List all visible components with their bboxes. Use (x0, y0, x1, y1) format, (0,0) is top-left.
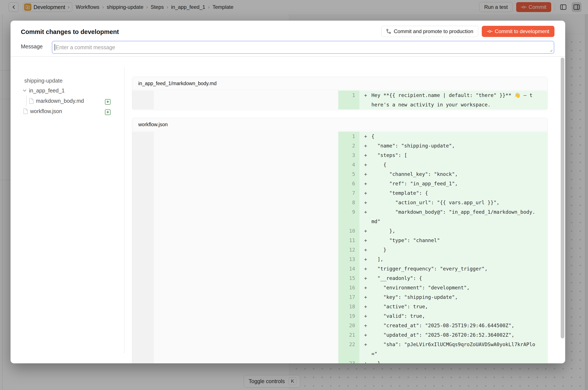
diff-old-gutter (132, 169, 154, 179)
diff-line-code: + "markdown_body@": "in_app_feed_1/markd… (359, 207, 547, 226)
diff-old-content (154, 330, 338, 340)
diff-add-sign: + (364, 311, 372, 321)
diff-add-sign: + (364, 330, 372, 340)
diff-add-sign: + (364, 254, 372, 264)
diff-row: 19+ "valid": true, (132, 311, 547, 321)
diff-add-sign: + (364, 141, 372, 150)
diff-old-content (154, 198, 338, 207)
diff-line-text: "valid": true, (372, 311, 535, 321)
diff-row: 12+ } (132, 245, 547, 254)
diff-add-sign: + (364, 321, 372, 330)
diff-add-sign: + (364, 169, 372, 179)
tree-file-markdown-body[interactable]: markdown_body.md (29, 98, 84, 104)
diff-old-content (154, 292, 338, 302)
diff-row: 20+ "created_at": "2025-08-25T19:29:46.6… (132, 321, 547, 330)
diff-line-text: "type": "channel" (372, 236, 535, 245)
commit-icon (487, 30, 492, 33)
diff-line-number: 19 (338, 311, 359, 321)
diff-old-content (154, 169, 338, 179)
diff-line-text: "__readonly": { (372, 274, 535, 283)
diff-old-gutter (132, 311, 154, 321)
dialog-scrollbar-thumb[interactable] (561, 58, 564, 339)
diff-line-code: + "name": "shipping-update", (359, 141, 547, 150)
diff-add-sign: + (364, 236, 372, 245)
diff-line-text: "active": true, (372, 302, 535, 311)
diff-line-code: + } (359, 359, 547, 363)
diff-row: 8+ "action_url": "{{ vars.app_url }}", (132, 198, 547, 207)
diff-line-number: 12 (338, 245, 359, 254)
input-placeholder: Enter a commit message (56, 44, 115, 50)
diff-line-code: + "steps": [ (359, 150, 547, 160)
diff-old-gutter (132, 359, 154, 363)
diff-line-number: 7 (338, 188, 359, 198)
diff-old-content (154, 302, 338, 311)
diff-line-number: 13 (338, 254, 359, 264)
diff-row: 1+Hey **{{ recipient.name | default: "th… (132, 91, 547, 109)
diff-line-number: 18 (338, 302, 359, 311)
diff-add-sign: + (364, 274, 372, 283)
commit-message-input[interactable]: Enter a commit message (52, 41, 554, 54)
diff-old-gutter (132, 226, 154, 236)
diff-old-content (154, 245, 338, 254)
diff-row: 11+ "type": "channel" (132, 236, 547, 245)
diff-old-gutter (132, 141, 154, 150)
commit-and-promote-button[interactable]: Commit and promote to production (381, 26, 478, 37)
diff-line-code: + "type": "channel" (359, 236, 547, 245)
resize-grip-icon[interactable] (549, 49, 553, 52)
tree-file-workflow-json[interactable]: workflow.json (23, 108, 62, 114)
diff-old-content (154, 150, 338, 160)
diff-add-sign: + (364, 226, 372, 236)
diff-line-code: + "__readonly": { (359, 274, 547, 283)
diff-line-text: } (372, 359, 535, 363)
diff-old-gutter (132, 150, 154, 160)
diff-line-code: + "sha": "pJeLVir6xIlUCMGqs9qroZoUAVDSwA… (359, 340, 547, 359)
diff-line-number: 10 (338, 226, 359, 236)
diff-line-number: 8 (338, 198, 359, 207)
text-cursor (55, 44, 55, 50)
diff-line-code: + "channel_key": "knock", (359, 169, 547, 179)
diff-old-content (154, 132, 338, 141)
diff-body: 1+Hey **{{ recipient.name | default: "th… (132, 90, 547, 110)
diff-old-content (154, 340, 338, 359)
diff-line-text: "name": "shipping-update", (372, 141, 535, 150)
diff-line-number: 14 (338, 264, 359, 274)
diff-line-number: 2 (338, 141, 359, 150)
diff-line-text: "updated_at": "2025-08-26T20:26:52.36400… (372, 330, 535, 340)
diff-line-text: "template": { (372, 188, 535, 198)
diff-line-number: 11 (338, 236, 359, 245)
commit-to-development-button[interactable]: Commit to development (482, 26, 554, 37)
diff-old-gutter (132, 198, 154, 207)
diff-old-gutter (132, 207, 154, 226)
diff-old-gutter (132, 321, 154, 330)
diff-old-content (154, 179, 338, 188)
diff-line-text: "sha": "pJeLVir6xIlUCMGqs9qroZoUAVDSwA0y… (372, 340, 535, 359)
diff-line-code: + "action_url": "{{ vars.app_url }}", (359, 198, 547, 207)
diff-old-content (154, 141, 338, 150)
diff-line-number: 6 (338, 179, 359, 188)
diff-line-text: { (372, 160, 535, 169)
diff-add-sign: + (364, 179, 372, 188)
diff-line-text: "channel_key": "knock", (372, 169, 535, 179)
tree-group-step[interactable]: in_app_feed_1 (23, 88, 64, 94)
diff-line-number: 3 (338, 150, 359, 160)
diff-old-gutter (132, 330, 154, 340)
diff-line-text: } (372, 245, 535, 254)
diff-line-number: 9 (338, 207, 359, 226)
dialog-title: Commit changes to development (21, 28, 119, 36)
diff-line-code: + }, (359, 226, 547, 236)
diff-old-gutter (132, 302, 154, 311)
diff-old-gutter (132, 188, 154, 198)
diff-add-sign: + (364, 160, 372, 169)
tree-divider (124, 67, 124, 353)
diff-line-number: 23 (338, 359, 359, 363)
diff-line-number: 1 (338, 91, 359, 109)
diff-add-sign: + (364, 188, 372, 198)
diff-line-code: + "created_at": "2025-08-25T19:29:46.644… (359, 321, 547, 330)
diff-old-gutter (132, 264, 154, 274)
diff-line-text: { (372, 132, 535, 141)
tree-root-workflow[interactable]: shipping-update (24, 78, 63, 84)
diff-line-code: + } (359, 245, 547, 254)
diff-row: 4+ { (132, 160, 547, 169)
diff-add-sign: + (364, 198, 372, 207)
diff-line-number: 1 (338, 132, 359, 141)
